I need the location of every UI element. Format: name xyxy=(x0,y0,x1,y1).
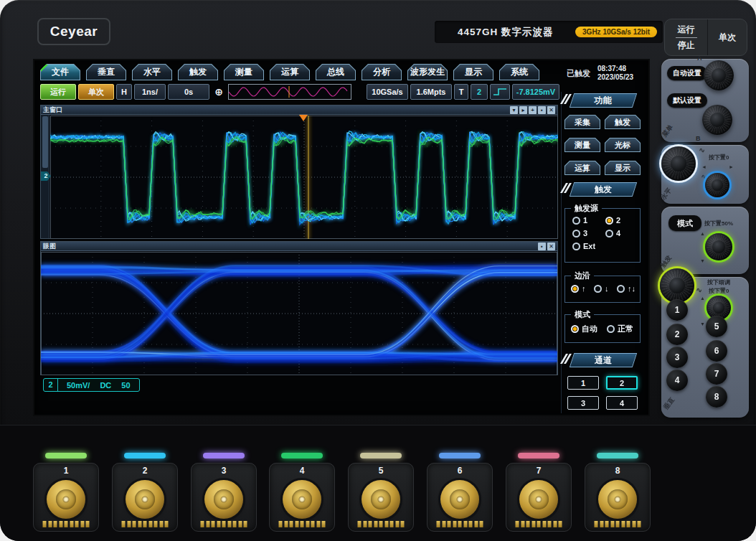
menu-vertical[interactable]: 垂直 xyxy=(86,64,126,80)
delay-control[interactable]: 0s xyxy=(168,84,209,100)
channel-7-led xyxy=(518,453,559,458)
contact-pads xyxy=(279,521,326,527)
window-close-icon[interactable]: ✕ xyxy=(547,106,555,114)
channel-settings-badge[interactable]: 2 50mV/ DC 50 xyxy=(43,378,140,392)
menu-wavegen[interactable]: 波形发生 xyxy=(407,64,448,80)
menu-bus[interactable]: 总线 xyxy=(316,64,356,80)
window-minimize-icon[interactable]: ▪ xyxy=(538,106,546,114)
function-cursor-button[interactable]: 光标 xyxy=(605,138,641,152)
menu-measure[interactable]: 测量 xyxy=(224,64,264,80)
function-math-button[interactable]: 运算 xyxy=(564,161,600,175)
timebase-control[interactable]: 1ns/ xyxy=(134,84,166,100)
menu-file[interactable]: 文件 xyxy=(40,64,80,80)
menu-math[interactable]: 运算 xyxy=(270,64,310,80)
horizontal-press-hint: 按下置0 xyxy=(709,154,729,161)
connector-panel: 12345678 xyxy=(0,425,756,541)
run-stop-button[interactable]: 运行停止 xyxy=(665,19,707,55)
menu-horizontal[interactable]: 水平 xyxy=(132,64,172,80)
channel-3-key[interactable]: 3 xyxy=(666,347,688,368)
window-dropdown-icon[interactable]: ▾ xyxy=(510,106,518,114)
function-display-button[interactable]: 显示 xyxy=(605,161,641,175)
bnc-module-7: 7 xyxy=(506,463,572,532)
function-trigger-button[interactable]: 触发 xyxy=(605,115,641,129)
menu-trigger[interactable]: 触发 xyxy=(178,64,218,80)
function-acquire-button[interactable]: 采集 xyxy=(564,115,600,129)
channel-8-key[interactable]: 8 xyxy=(706,386,727,408)
contact-pads xyxy=(122,521,169,527)
menu-display[interactable]: 显示 xyxy=(453,64,493,80)
trigger-level-knob[interactable] xyxy=(705,233,732,260)
vertical-fine-hint: 按下细调 xyxy=(707,278,730,286)
horizontal-position-knob[interactable] xyxy=(705,173,729,197)
zoom-in-icon[interactable]: ⊕ xyxy=(212,84,226,100)
bnc-connector xyxy=(47,480,85,519)
right-arrow-icon: ► xyxy=(729,164,734,169)
edge-rising-radio[interactable]: ↑ xyxy=(571,284,586,293)
default-setup-button[interactable]: 默认设置 xyxy=(667,93,707,108)
contact-pads xyxy=(358,521,405,527)
channel-1-key[interactable]: 1 xyxy=(666,299,688,321)
menu-knob-b[interactable] xyxy=(702,105,732,135)
main-window-title: 主窗口 xyxy=(43,105,62,115)
bnc-module-4: 4 xyxy=(269,463,335,532)
clock: 08:37:48 2023/05/23 xyxy=(597,65,633,82)
eye-window-close-icon[interactable]: ✕ xyxy=(547,243,555,250)
acquisition-preview[interactable] xyxy=(228,84,351,100)
function-measure-button[interactable]: 测量 xyxy=(564,138,600,152)
connector-number: 6 xyxy=(427,466,492,476)
trigger-source-2-radio[interactable]: 2 xyxy=(605,216,620,225)
connector-number: 3 xyxy=(192,466,256,476)
trigger-position-icon[interactable] xyxy=(299,115,308,126)
single-button[interactable]: 单次 xyxy=(78,84,114,100)
trigger-source-1-radio[interactable]: 1 xyxy=(572,216,587,225)
rising-edge-icon[interactable] xyxy=(490,84,510,100)
connector-number: 1 xyxy=(34,466,98,476)
edge-falling-radio[interactable]: ↓ xyxy=(594,284,609,293)
trigger-source-value[interactable]: 2 xyxy=(471,84,488,100)
single-shot-button[interactable]: 单次 xyxy=(707,19,747,55)
run-stop-plate: 运行停止 单次 xyxy=(664,19,747,56)
mode-auto-radio[interactable]: 自动 xyxy=(571,324,597,334)
mode-normal-radio[interactable]: 正常 xyxy=(607,324,633,334)
eye-window-minimize-icon[interactable]: ▪ xyxy=(538,243,546,250)
trigger-source-ext-radio[interactable]: Ext xyxy=(572,242,595,250)
channel-1-button[interactable]: 1 xyxy=(567,376,599,390)
trigger-edge-group: 边沿 ↑ ↓ ↑↓ xyxy=(564,276,641,303)
channel-2-led xyxy=(124,453,166,458)
badge-scale: 50mV/ xyxy=(67,381,90,390)
channel-2-key[interactable]: 2 xyxy=(666,324,688,345)
vertical-scale-knob[interactable] xyxy=(660,268,694,303)
trigger-source-3-radio[interactable]: 3 xyxy=(572,229,587,237)
window-add-icon[interactable]: + xyxy=(529,106,537,114)
channel-1-led xyxy=(45,453,87,458)
channel-3-led xyxy=(203,453,245,458)
edge-either-radio[interactable]: ↑↓ xyxy=(617,284,635,293)
channel-3-button[interactable]: 3 xyxy=(567,396,599,410)
window-expand-icon[interactable]: ▸ xyxy=(519,106,527,114)
horizontal-scale-knob[interactable] xyxy=(661,146,696,181)
run-button[interactable]: 运行 xyxy=(40,84,76,100)
vertical-press-hint: 按下置0 xyxy=(709,287,729,295)
eye-diagram-window: 眼图 ▪ ✕ xyxy=(40,241,558,375)
section-slash-icon xyxy=(563,354,570,365)
menu-analysis[interactable]: 分析 xyxy=(362,64,402,80)
channel-4-key[interactable]: 4 xyxy=(666,370,688,391)
menu-knob-a[interactable] xyxy=(704,60,734,90)
brand-text: Ceyear xyxy=(50,24,98,39)
sample-rate-value: 10GSa/s xyxy=(367,84,408,100)
trigger-level-value[interactable]: -7.8125mV xyxy=(512,84,559,100)
menu-system[interactable]: 系统 xyxy=(499,64,539,80)
trigger-mode-button[interactable]: 模式 xyxy=(668,215,701,231)
channel-4-button[interactable]: 4 xyxy=(606,396,638,410)
knob-b-label: B xyxy=(696,135,701,142)
up-arrow-icon: ▲ xyxy=(700,296,705,301)
channel-2-button[interactable]: 2 xyxy=(606,376,638,390)
auto-setup-button[interactable]: 自动设置 xyxy=(667,66,707,80)
preview-waveform-icon xyxy=(229,85,349,99)
channel-5-key[interactable]: 5 xyxy=(706,316,727,337)
trigger-source-4-radio[interactable]: 4 xyxy=(605,229,620,237)
scrollbar-thumb[interactable] xyxy=(42,116,48,168)
channel-6-key[interactable]: 6 xyxy=(706,340,727,362)
bnc-connector xyxy=(126,480,164,519)
channel-7-key[interactable]: 7 xyxy=(706,363,727,385)
